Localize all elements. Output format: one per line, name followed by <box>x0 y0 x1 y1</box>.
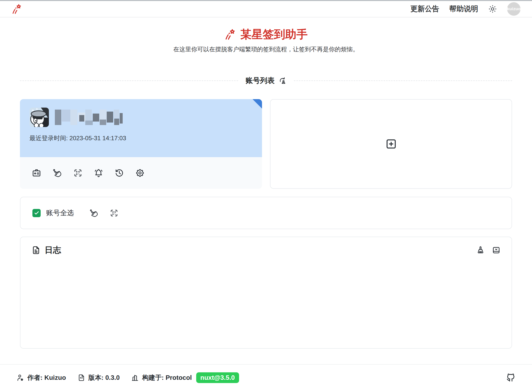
footer-author-text: 作者: Kuizuo <box>27 373 66 382</box>
check-icon <box>34 210 40 216</box>
nav-link-help[interactable]: 帮助说明 <box>449 4 478 14</box>
add-account-card[interactable] <box>270 99 512 189</box>
select-all-panel: 账号全选 <box>20 197 512 229</box>
nav-link-updates[interactable]: 更新公告 <box>410 4 439 14</box>
building-icon <box>131 374 139 382</box>
sun-icon <box>488 4 497 13</box>
page-title-row: 某星签到助手 <box>0 27 532 41</box>
footer-meta: 作者: Kuizuo 版本: 0.3.0 构建于: Protocol nuxt@… <box>16 372 239 383</box>
github-icon <box>506 373 516 382</box>
archive-down-icon <box>492 246 501 255</box>
selected-marker <box>253 99 262 109</box>
app-logo[interactable] <box>11 3 22 14</box>
qr-sign-button[interactable] <box>73 168 83 178</box>
gear-icon <box>135 168 145 178</box>
bulk-sign-in-button[interactable] <box>89 209 98 217</box>
select-all-label: 账号全选 <box>46 208 74 218</box>
user-avatar[interactable]: kuizuo <box>507 2 521 16</box>
accounts-divider: 账号列表 <box>20 75 512 86</box>
log-header: 日志 <box>31 245 501 256</box>
history-button[interactable] <box>115 168 124 178</box>
sign-in-button[interactable] <box>53 168 62 178</box>
divider-line <box>20 80 238 81</box>
add-credential-button[interactable] <box>32 168 41 178</box>
github-link[interactable] <box>506 373 516 382</box>
plus-square-icon <box>385 138 397 150</box>
shooting-star-icon <box>11 3 22 14</box>
broom-icon <box>476 246 485 255</box>
log-tools <box>476 246 501 255</box>
account-actions <box>20 157 262 189</box>
footer-built: 构建于: Protocol nuxt@3.5.0 <box>131 372 239 383</box>
footer-built-text: 构建于: Protocol <box>142 373 192 382</box>
select-all-checkbox[interactable] <box>32 209 41 217</box>
footer-version: 版本: 0.3.0 <box>78 373 120 382</box>
notification-button[interactable] <box>94 168 103 178</box>
log-title: 日志 <box>45 245 61 256</box>
footer: 作者: Kuizuo 版本: 0.3.0 构建于: Protocol nuxt@… <box>0 364 532 391</box>
divider-line <box>294 80 512 81</box>
theme-toggle-button[interactable] <box>488 4 497 13</box>
history-icon <box>115 168 124 178</box>
settings-button[interactable] <box>135 168 145 178</box>
account-head <box>29 108 253 127</box>
clear-log-button[interactable] <box>476 246 485 255</box>
bulk-qr-sign-button[interactable] <box>110 209 118 217</box>
account-card-selected[interactable]: 最近登录时间: 2023-05-31 14:17:03 <box>20 99 262 189</box>
navbar: 更新公告 帮助说明 kuizuo <box>0 1 532 17</box>
user-refresh-icon <box>278 77 286 85</box>
file-code-icon <box>78 374 85 382</box>
footer-author: 作者: Kuizuo <box>16 373 66 382</box>
nuxt-badge: nuxt@3.5.0 <box>196 372 239 383</box>
bell-icon <box>94 168 103 178</box>
refresh-accounts-button[interactable] <box>278 77 286 85</box>
page-title: 某星签到助手 <box>240 27 308 42</box>
shooting-star-icon <box>224 28 236 40</box>
navbar-right: 更新公告 帮助说明 kuizuo <box>410 2 521 16</box>
account-card-info: 最近登录时间: 2023-05-31 14:17:03 <box>20 99 262 157</box>
hand-sign-icon <box>89 209 98 217</box>
page-subtitle: 在这里你可以在摆脱客户端繁琐的签到流程，让签到不再是你的烦恼。 <box>0 45 532 54</box>
hand-sign-icon <box>53 168 62 178</box>
id-badge-add-icon <box>32 168 41 178</box>
redacted-username <box>55 109 123 126</box>
file-text-icon <box>31 246 41 255</box>
qr-scan-icon <box>110 209 118 217</box>
account-cards-grid: 最近登录时间: 2023-05-31 14:17:03 <box>20 99 512 189</box>
log-doc-icon-wrap <box>31 246 41 255</box>
accounts-section-title: 账号列表 <box>246 76 274 86</box>
collapse-log-button[interactable] <box>492 246 501 255</box>
page: 更新公告 帮助说明 kuizuo 某星签到助手 在这里你可以在摆脱客户端繁琐的签… <box>0 0 532 392</box>
footer-version-text: 版本: 0.3.0 <box>89 373 120 382</box>
qr-scan-icon <box>73 168 83 178</box>
log-title-row: 日志 <box>31 245 61 256</box>
last-login-time: 最近登录时间: 2023-05-31 14:17:03 <box>29 134 253 142</box>
bulk-actions <box>89 209 118 217</box>
accounts-section-header: 账号列表 <box>246 76 286 86</box>
account-avatar <box>29 108 49 127</box>
log-panel: 日志 <box>20 237 512 349</box>
user-star-icon <box>16 374 24 382</box>
main-content: 账号列表 <box>0 75 532 349</box>
